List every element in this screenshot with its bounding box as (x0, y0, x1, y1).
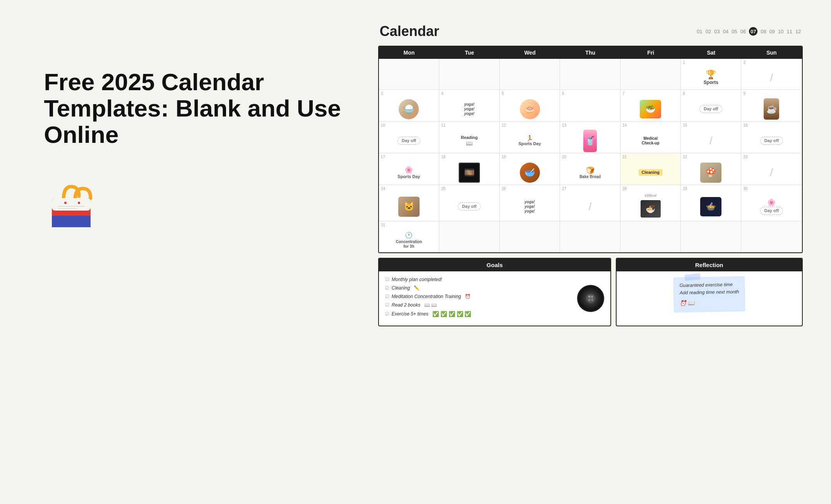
calendar-grid: Mon Tue Wed Thu Fri Sat Sun 1 🏆 (378, 46, 803, 253)
month-11[interactable]: 11 (787, 29, 792, 34)
table-row[interactable]: 16 Day off (741, 122, 802, 153)
table-row[interactable]: 19 🥣 (500, 153, 560, 185)
checkbox-icon: ☑ (385, 302, 389, 308)
table-row[interactable]: 11 Reading 📖 (439, 122, 500, 153)
checkbox-icon: ☑ (385, 311, 389, 317)
table-row[interactable] (741, 221, 802, 252)
weekday-sat: Sat (681, 46, 741, 59)
table-row[interactable] (620, 59, 681, 90)
table-row[interactable]: 17 🌸 Sports Day (379, 153, 439, 185)
checkbox-icon: ☑ (385, 285, 389, 291)
weekday-thu: Thu (560, 46, 620, 59)
bag-illustration (44, 179, 106, 233)
table-row[interactable] (560, 59, 620, 90)
table-row[interactable] (620, 221, 681, 252)
list-item: ☑ Exercise 5+ times ✅ ✅ ✅ ✅ ✅ (385, 311, 571, 317)
table-row[interactable]: 4 yoga!yoga!yoga! (439, 90, 500, 122)
table-row[interactable]: 2 / (741, 59, 802, 90)
weekday-fri: Fri (620, 46, 681, 59)
table-row[interactable] (379, 59, 439, 90)
reflection-header: Reflection (617, 259, 802, 271)
month-12[interactable]: 12 (795, 29, 801, 34)
page-title: Free 2025 Calendar Templates: Blank and … (44, 69, 347, 148)
goal-text: Monthly plan completed! (392, 277, 442, 282)
table-row[interactable]: 14 MedicalCheck-up (620, 122, 681, 153)
goal-text: Exercise 5+ times (392, 311, 428, 317)
table-row[interactable]: 3 🍚 (379, 90, 439, 122)
goals-header: Goals (379, 259, 610, 271)
table-row[interactable] (439, 59, 500, 90)
table-row[interactable]: 29 🍲 (681, 185, 741, 221)
table-row[interactable]: 18 🎞️ (439, 153, 500, 185)
month-04[interactable]: 04 (723, 29, 728, 34)
table-row[interactable]: 20 🍞 Bake Bread (560, 153, 620, 185)
reflection-line2: Add reading time next month (679, 288, 739, 297)
bottom-section: Goals ☑ Monthly plan completed! ☑ Cleani… (378, 258, 803, 326)
table-row[interactable]: 30 🌸 Day off (741, 185, 802, 221)
table-row[interactable] (681, 221, 741, 252)
table-row[interactable]: 21 Cleaning (620, 153, 681, 185)
table-row[interactable]: 9 ☕ (741, 90, 802, 122)
table-row[interactable]: 27 / (560, 185, 620, 221)
svg-rect-7 (58, 208, 77, 209)
goals-list: ☑ Monthly plan completed! ☑ Cleaning ✏️ … (385, 277, 571, 320)
table-row[interactable]: 26 yoga!yoga!yoga! (500, 185, 560, 221)
month-07[interactable]: 07 (749, 27, 757, 36)
table-row[interactable]: 10 Day off (379, 122, 439, 153)
svg-rect-3 (52, 216, 91, 227)
checkbox-icon: ☑ (385, 277, 389, 282)
svg-rect-6 (58, 206, 85, 207)
month-nav: 01 02 03 04 05 06 07 08 09 10 11 12 (697, 27, 801, 36)
list-item: ☑ Cleaning ✏️ (385, 285, 571, 291)
checkbox-icon: ☑ (385, 294, 389, 299)
table-row[interactable]: 1 🏆 Sports (681, 59, 741, 90)
goals-content: ☑ Monthly plan completed! ☑ Cleaning ✏️ … (379, 271, 610, 326)
list-item: ☑ Monthly plan completed! (385, 277, 571, 282)
reflection-line1: Guaranteed exercise time (679, 281, 739, 290)
vinyl-record: 목표수거 (577, 285, 604, 312)
month-06[interactable]: 06 (740, 29, 746, 34)
reflection-content: Guaranteed exercise time Add reading tim… (617, 271, 802, 317)
month-03[interactable]: 03 (714, 29, 720, 34)
table-row[interactable] (439, 221, 500, 252)
month-08[interactable]: 08 (761, 29, 766, 34)
table-row[interactable]: 31 🕐 Concentrationfor 3h (379, 221, 439, 252)
table-row[interactable]: 23 / (741, 153, 802, 185)
table-row[interactable]: 13 🥤 (560, 122, 620, 153)
table-row[interactable]: 28 439kcal 🍜 (620, 185, 681, 221)
goal-text: Cleaning (392, 285, 410, 291)
tape-decoration (684, 273, 700, 281)
calendar-title: Calendar (380, 23, 439, 39)
reflection-box: Reflection Guaranteed exercise time Add … (616, 258, 803, 326)
page-wrapper: Free 2025 Calendar Templates: Blank and … (29, 15, 803, 334)
calendar-header: Calendar 01 02 03 04 05 06 07 08 09 10 1… (378, 23, 803, 39)
table-row[interactable] (500, 59, 560, 90)
table-row[interactable]: 15 / (681, 122, 741, 153)
table-row[interactable]: 6 (560, 90, 620, 122)
table-row[interactable] (560, 221, 620, 252)
table-row[interactable]: 5 🎂 (500, 90, 560, 122)
svg-point-4 (64, 202, 67, 204)
table-row[interactable]: 24 🐱 (379, 185, 439, 221)
list-item: ☑ Meditation Concentration Training ⏰ (385, 294, 571, 299)
table-row[interactable] (500, 221, 560, 252)
list-item: ☑ Read 2 books 📖 📖 (385, 302, 571, 308)
table-row[interactable]: 12 🏃 Sports Day (500, 122, 560, 153)
month-05[interactable]: 05 (732, 29, 737, 34)
table-row[interactable]: 7 🥗 (620, 90, 681, 122)
month-01[interactable]: 01 (697, 29, 702, 34)
right-panel: Calendar 01 02 03 04 05 06 07 08 09 10 1… (378, 15, 803, 334)
sticky-note: Guaranteed exercise time Add reading tim… (673, 276, 745, 312)
calendar-body: 1 🏆 Sports 2 / 3 (379, 59, 802, 252)
svg-point-5 (78, 202, 80, 204)
month-09[interactable]: 09 (769, 29, 775, 34)
table-row[interactable]: 25 Day off (439, 185, 500, 221)
table-row[interactable]: 8 Day off (681, 90, 741, 122)
month-02[interactable]: 02 (706, 29, 711, 34)
table-row[interactable]: 22 🍄 (681, 153, 741, 185)
weekday-sun: Sun (741, 46, 802, 59)
month-10[interactable]: 10 (778, 29, 783, 34)
left-panel: Free 2025 Calendar Templates: Blank and … (29, 15, 363, 286)
goal-text: Meditation Concentration Training (392, 294, 461, 299)
weekday-mon: Mon (379, 46, 439, 59)
